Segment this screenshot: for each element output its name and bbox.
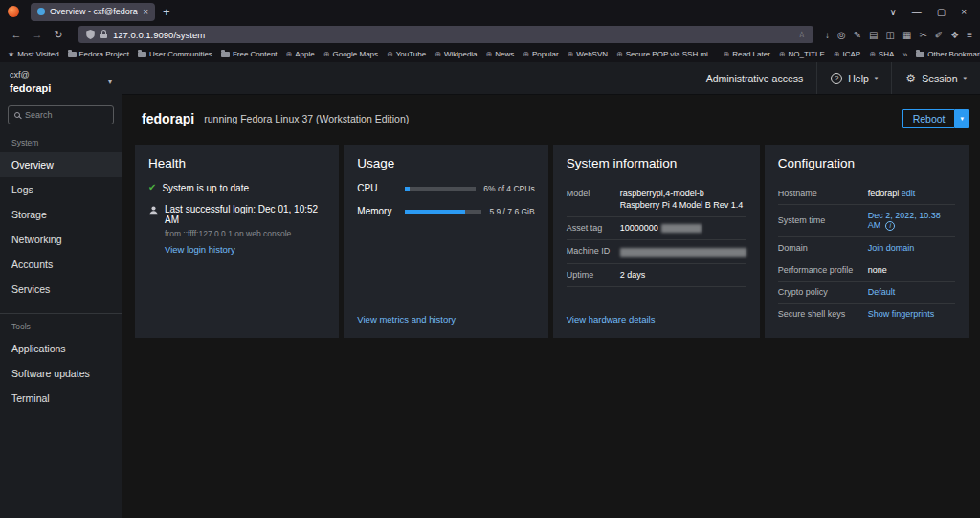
- card-title-health: Health: [148, 156, 325, 170]
- sidebar-item-storage[interactable]: Storage: [0, 202, 122, 227]
- bookmark-item[interactable]: ⊕Secure POP via SSH mi...: [616, 50, 714, 58]
- host-switcher[interactable]: cxf@ fedorapi ▾: [0, 62, 122, 101]
- sidebar-item-terminal[interactable]: Terminal: [0, 386, 122, 411]
- view-metrics-link[interactable]: View metrics and history: [357, 314, 534, 325]
- minimize-icon[interactable]: —: [912, 7, 922, 17]
- back-icon[interactable]: ←: [8, 29, 25, 40]
- main-area: Administrative access ? Help ▾ ⚙ Session…: [122, 62, 980, 518]
- maximize-icon[interactable]: ▢: [937, 7, 946, 17]
- sidebar-item-accounts[interactable]: Accounts: [0, 252, 122, 277]
- bookmark-item[interactable]: ⊕ICAP: [834, 50, 860, 58]
- hostname-value: fedorapi edit: [868, 189, 955, 198]
- folder-icon: [221, 52, 230, 57]
- bookmark-star-icon[interactable]: ☆: [798, 30, 806, 39]
- model-label: Model: [567, 188, 614, 211]
- sidebar-item-logs[interactable]: Logs: [0, 177, 122, 202]
- sidebar-item-networking[interactable]: Networking: [0, 227, 122, 252]
- url-text[interactable]: 127.0.0.1:9090/system: [113, 30, 792, 40]
- extensions-icon[interactable]: ❖: [950, 30, 959, 40]
- gear-icon: ⚙: [905, 72, 916, 85]
- card-title-sysinfo: System information: [567, 156, 746, 170]
- asset-tag-label: Asset tag: [567, 222, 614, 234]
- sidebar-item-applications[interactable]: Applications: [0, 336, 122, 361]
- bookmark-label: Free Content: [233, 50, 278, 58]
- browser-tab[interactable]: Overview - cxf@fedorapi ×: [31, 3, 155, 21]
- crypto-policy-link[interactable]: Default: [868, 287, 955, 297]
- edit-icon[interactable]: ✐: [935, 30, 943, 40]
- sidebar-item-overview[interactable]: Overview: [0, 152, 122, 177]
- bookmark-item[interactable]: ⊕Wikipedia: [434, 50, 477, 58]
- highlighter-icon[interactable]: ✎: [854, 30, 861, 40]
- bookmark-item[interactable]: ⊕YouTube: [387, 50, 426, 58]
- bookmark-item[interactable]: ⊕Google Maps: [323, 50, 378, 58]
- library-icon[interactable]: ▤: [869, 30, 878, 40]
- view-login-history-link[interactable]: View login history: [165, 244, 325, 255]
- cpu-label: CPU: [357, 183, 397, 193]
- bookmark-folder[interactable]: Fedora Project: [68, 50, 129, 58]
- last-login-row: Last successful login: Dec 01, 10:52 AM: [148, 204, 325, 225]
- overview-cards: Health ✔ System is up to date Last succe…: [135, 145, 969, 338]
- hostname-row: Hostname fedorapi edit: [778, 183, 955, 205]
- sidebar-item-services[interactable]: Services: [0, 277, 122, 302]
- view-hardware-details-link[interactable]: View hardware details: [567, 314, 746, 325]
- machine-id-label: Machine ID: [567, 245, 614, 257]
- bookmark-folder[interactable]: User Communities: [138, 50, 212, 58]
- screenshot-icon[interactable]: ✂: [919, 30, 926, 40]
- other-bookmarks[interactable]: Other Bookmarks: [916, 50, 980, 58]
- system-time-row: System time Dec 2, 2022, 10:38 AMi: [778, 205, 955, 237]
- bookmark-label: ICAP: [842, 50, 860, 58]
- help-menu[interactable]: ? Help ▾: [816, 62, 891, 94]
- edit-hostname-link[interactable]: edit: [902, 189, 916, 198]
- system-time-link[interactable]: Dec 2, 2022, 10:38 AM: [868, 211, 941, 230]
- bookmark-item[interactable]: ⊕News: [486, 50, 515, 58]
- search-input[interactable]: [25, 110, 106, 120]
- bookmark-item[interactable]: ⊕WebSVN: [568, 50, 608, 58]
- new-tab-button[interactable]: +: [163, 5, 170, 19]
- menu-icon[interactable]: ≡: [967, 30, 972, 40]
- url-bar[interactable]: 127.0.0.1:9090/system ☆: [78, 26, 813, 43]
- performance-profile-row: Performance profile none: [778, 259, 955, 282]
- tab-close-icon[interactable]: ×: [143, 7, 148, 17]
- globe-icon: ⊕: [779, 50, 786, 58]
- bookmark-item[interactable]: ⊕Read Later: [724, 50, 770, 58]
- cpu-progress-fill: [405, 187, 409, 191]
- sidebar-item-software-updates[interactable]: Software updates: [0, 361, 122, 386]
- bookmarks-overflow-icon[interactable]: »: [902, 50, 907, 59]
- memory-value: 5.9 / 7.6 GiB: [489, 207, 534, 216]
- tracking-shield-icon[interactable]: [86, 30, 95, 39]
- list-tabs-icon[interactable]: ∨: [889, 7, 896, 17]
- info-icon[interactable]: i: [885, 221, 895, 231]
- secure-shell-keys-label: Secure shell keys: [778, 309, 862, 319]
- bookmark-label: Apple: [295, 50, 314, 58]
- help-label: Help: [848, 73, 869, 84]
- bookmark-label: Most Visited: [17, 50, 58, 58]
- account-icon[interactable]: ◎: [837, 30, 846, 40]
- page-subtitle: running Fedora Linux 37 (Workstation Edi…: [204, 113, 409, 124]
- bookmark-item[interactable]: ⊕SHA: [869, 50, 894, 58]
- page-hostname: fedorapi: [142, 111, 194, 126]
- masthead: Administrative access ? Help ▾ ⚙ Session…: [122, 62, 980, 95]
- dashboard-icon[interactable]: ▦: [902, 30, 911, 40]
- bookmark-item[interactable]: ⊕NO_TITLE: [779, 50, 825, 58]
- reboot-button[interactable]: Reboot: [902, 109, 956, 128]
- cpu-usage-row: CPU 6% of 4 CPUs: [357, 183, 534, 193]
- toolbar-icons: ↓ ◎ ✎ ▤ ◫ ▦ ✂ ✐ ❖ ≡: [825, 30, 972, 40]
- sidebar-search[interactable]: [8, 105, 114, 124]
- lock-icon[interactable]: [100, 34, 107, 38]
- show-fingerprints-link[interactable]: Show fingerprints: [868, 309, 955, 319]
- bookmark-item[interactable]: ⊕Apple: [286, 50, 315, 58]
- session-menu[interactable]: ⚙ Session ▾: [891, 62, 980, 94]
- window-close-icon[interactable]: ×: [961, 7, 967, 17]
- save-page-icon[interactable]: ◫: [886, 30, 895, 40]
- performance-profile-value: none: [868, 265, 955, 275]
- bookmark-item[interactable]: ⊕Popular: [523, 50, 558, 58]
- reboot-dropdown-icon[interactable]: ▾: [955, 109, 969, 128]
- administrative-access-button[interactable]: Administrative access: [693, 62, 817, 94]
- bookmark-most-visited[interactable]: ★Most Visited: [8, 50, 59, 58]
- join-domain-link[interactable]: Join domain: [868, 243, 955, 253]
- bookmark-label: Fedora Project: [79, 50, 129, 58]
- downloads-icon[interactable]: ↓: [825, 30, 830, 40]
- reload-icon[interactable]: ↻: [50, 29, 67, 41]
- forward-icon[interactable]: →: [29, 29, 46, 40]
- bookmark-folder[interactable]: Free Content: [221, 50, 278, 58]
